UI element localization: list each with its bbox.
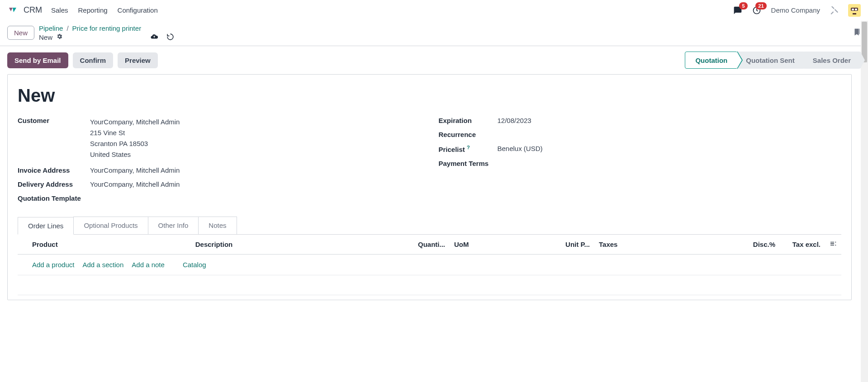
stage-sales-order[interactable]: Sales Order [803,52,861,69]
table-empty-row[interactable] [18,275,841,295]
svg-marker-1 [13,8,16,12]
tab-order-lines[interactable]: Order Lines [18,217,74,235]
col-uom[interactable]: UoM [450,235,554,255]
catalog-link[interactable]: Catalog [183,261,206,269]
label-invoice-address: Invoice Address [18,166,90,174]
add-product-link[interactable]: Add a product [32,261,74,269]
table-actions-row: Add a product Add a section Add a note C… [18,255,841,275]
label-pricelist: Pricelist ? [439,145,498,153]
nav-link-reporting[interactable]: Reporting [78,6,108,14]
field-expiration[interactable]: 12/08/2023 [498,117,531,124]
col-quantity[interactable]: Quanti... [409,235,450,255]
label-quotation-template: Quotation Template [18,194,90,202]
col-taxes[interactable]: Taxes [594,235,739,255]
label-recurrence: Recurrence [439,131,498,138]
col-product[interactable]: Product [28,235,191,255]
app-name[interactable]: CRM [24,5,42,15]
preview-button[interactable]: Preview [118,52,158,68]
svg-rect-6 [855,9,857,10]
stage-quotation-sent[interactable]: Quotation Sent [736,52,805,69]
breadcrumb-separator: / [66,24,68,32]
field-delivery-address[interactable]: YourCompany, Mitchell Admin [90,180,180,188]
field-pricelist[interactable]: Benelux (USD) [498,145,543,152]
activities-badge: 21 [755,2,766,9]
add-section-link[interactable]: Add a section [82,261,123,269]
app-logo-icon[interactable] [7,5,18,16]
stage-quotation[interactable]: Quotation [685,52,738,69]
discard-icon[interactable] [166,33,174,42]
order-lines-table: Product Description Quanti... UoM Unit P… [18,235,841,295]
col-settings-icon[interactable] [825,235,841,255]
messages-icon[interactable]: 5 [733,6,742,15]
breadcrumb-opportunity[interactable]: Price for renting printer [72,24,142,32]
customer-country: United States [90,149,180,160]
breadcrumb-pipeline[interactable]: Pipeline [39,24,63,32]
tab-optional-products[interactable]: Optional Products [73,217,148,234]
tab-notes[interactable]: Notes [198,217,237,234]
label-delivery-address: Delivery Address [18,180,90,188]
control-row: New Pipeline / Price for renting printer… [0,21,868,46]
activities-icon[interactable]: 21 [752,6,761,15]
customer-street: 215 Vine St [90,127,180,138]
field-invoice-address[interactable]: YourCompany, Mitchell Admin [90,166,180,174]
label-payment-terms: Payment Terms [439,160,498,167]
cloud-upload-icon[interactable] [150,33,158,42]
user-avatar[interactable] [848,4,861,17]
confirm-button[interactable]: Confirm [73,52,114,68]
add-note-link[interactable]: Add a note [132,261,165,269]
nav-link-configuration[interactable]: Configuration [118,6,158,14]
gear-icon[interactable] [56,33,63,41]
breadcrumb-current: New [39,33,52,41]
col-disc[interactable]: Disc.% [739,235,780,255]
top-nav: CRM Sales Reporting Configuration 5 21 D… [0,0,868,21]
document-title: New [18,85,841,106]
label-expiration: Expiration [439,117,498,124]
nav-link-sales[interactable]: Sales [51,6,68,14]
breadcrumb: Pipeline / Price for renting printer [39,24,141,32]
send-by-email-button[interactable]: Send by Email [7,52,68,68]
nav-links: Sales Reporting Configuration [51,6,158,14]
new-button[interactable]: New [7,26,34,40]
svg-rect-7 [853,13,856,14]
customer-city: Scranton PA 18503 [90,138,180,149]
col-description[interactable]: Description [191,235,409,255]
field-customer[interactable]: YourCompany, Mitchell Admin 215 Vine St … [90,117,180,160]
tools-icon[interactable] [830,6,838,14]
messages-badge: 5 [739,2,747,9]
svg-rect-5 [852,9,854,10]
tabs: Order Lines Optional Products Other Info… [18,217,841,234]
svg-marker-0 [9,8,13,11]
bookmark-icon[interactable] [853,27,861,38]
help-icon[interactable]: ? [467,145,470,150]
label-customer: Customer [18,117,90,124]
company-switcher[interactable]: Demo Company [771,6,820,14]
form-sheet: New Customer YourCompany, Mitchell Admin… [7,74,852,300]
status-bar: Quotation Quotation Sent Sales Order [687,52,861,69]
customer-name: YourCompany, Mitchell Admin [90,117,180,127]
tab-other-info[interactable]: Other Info [148,217,199,234]
col-tax-excl[interactable]: Tax excl. [780,235,825,255]
col-unit-price[interactable]: Unit P... [554,235,594,255]
action-bar: Send by Email Confirm Preview Quotation … [0,46,868,74]
